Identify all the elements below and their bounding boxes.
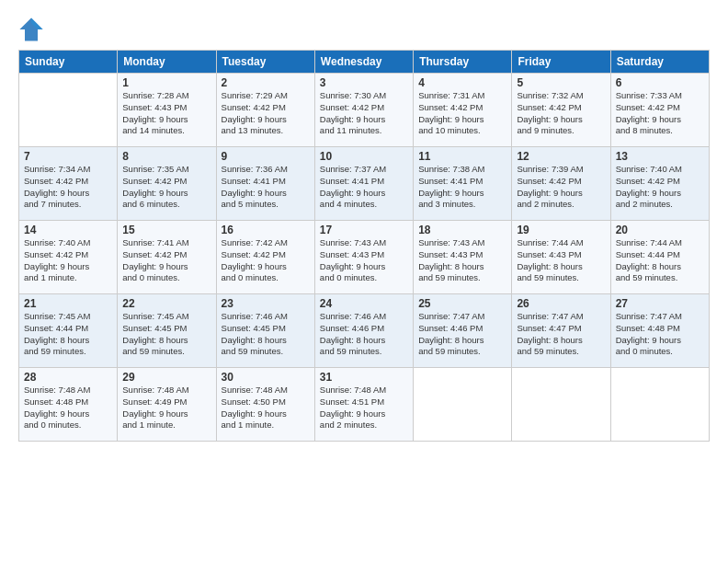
day-info: Sunrise: 7:32 AM Sunset: 4:42 PM Dayligh… bbox=[517, 90, 605, 137]
day-info: Sunrise: 7:40 AM Sunset: 4:42 PM Dayligh… bbox=[616, 164, 704, 211]
calendar-cell: 16Sunrise: 7:42 AM Sunset: 4:42 PM Dayli… bbox=[216, 221, 314, 294]
day-info: Sunrise: 7:45 AM Sunset: 4:45 PM Dayligh… bbox=[122, 311, 210, 358]
day-number: 28 bbox=[24, 371, 112, 384]
calendar-cell: 20Sunrise: 7:44 AM Sunset: 4:44 PM Dayli… bbox=[610, 221, 709, 294]
day-number: 12 bbox=[517, 150, 605, 163]
day-info: Sunrise: 7:41 AM Sunset: 4:42 PM Dayligh… bbox=[122, 237, 210, 284]
day-number: 15 bbox=[122, 224, 210, 236]
day-info: Sunrise: 7:28 AM Sunset: 4:43 PM Dayligh… bbox=[122, 90, 210, 137]
weekday-header-friday: Friday bbox=[512, 51, 610, 74]
day-number: 16 bbox=[222, 224, 310, 236]
calendar-cell: 18Sunrise: 7:43 AM Sunset: 4:43 PM Dayli… bbox=[414, 221, 512, 294]
day-number: 18 bbox=[418, 224, 506, 236]
day-info: Sunrise: 7:43 AM Sunset: 4:43 PM Dayligh… bbox=[418, 237, 506, 284]
day-number: 13 bbox=[616, 150, 704, 163]
day-info: Sunrise: 7:48 AM Sunset: 4:48 PM Dayligh… bbox=[24, 385, 112, 431]
day-info: Sunrise: 7:43 AM Sunset: 4:43 PM Dayligh… bbox=[320, 237, 408, 284]
calendar-cell: 31Sunrise: 7:48 AM Sunset: 4:51 PM Dayli… bbox=[314, 368, 413, 442]
day-info: Sunrise: 7:47 AM Sunset: 4:47 PM Dayligh… bbox=[517, 311, 605, 358]
calendar-week-row: 14Sunrise: 7:40 AM Sunset: 4:42 PM Dayli… bbox=[19, 221, 710, 294]
page: SundayMondayTuesdayWednesdayThursdayFrid… bbox=[0, 0, 728, 563]
weekday-header-tuesday: Tuesday bbox=[216, 51, 314, 74]
day-info: Sunrise: 7:48 AM Sunset: 4:49 PM Dayligh… bbox=[122, 385, 210, 431]
day-info: Sunrise: 7:37 AM Sunset: 4:41 PM Dayligh… bbox=[320, 164, 408, 211]
day-number: 5 bbox=[517, 76, 605, 89]
day-number: 24 bbox=[320, 297, 408, 310]
weekday-header-thursday: Thursday bbox=[414, 51, 512, 74]
day-number: 10 bbox=[320, 150, 408, 163]
calendar-cell bbox=[19, 74, 118, 147]
calendar-cell: 7Sunrise: 7:34 AM Sunset: 4:42 PM Daylig… bbox=[19, 147, 118, 221]
day-number: 21 bbox=[24, 297, 112, 310]
day-info: Sunrise: 7:34 AM Sunset: 4:42 PM Dayligh… bbox=[24, 164, 112, 211]
calendar-table: SundayMondayTuesdayWednesdayThursdayFrid… bbox=[18, 50, 710, 442]
day-number: 26 bbox=[517, 297, 605, 310]
day-info: Sunrise: 7:42 AM Sunset: 4:42 PM Dayligh… bbox=[222, 237, 310, 284]
day-number: 25 bbox=[418, 297, 506, 310]
weekday-header-saturday: Saturday bbox=[610, 51, 709, 74]
day-number: 20 bbox=[616, 224, 704, 236]
calendar-cell: 24Sunrise: 7:46 AM Sunset: 4:46 PM Dayli… bbox=[314, 294, 413, 368]
logo-icon bbox=[18, 17, 44, 42]
day-number: 17 bbox=[320, 224, 408, 236]
calendar-cell: 10Sunrise: 7:37 AM Sunset: 4:41 PM Dayli… bbox=[314, 147, 413, 221]
weekday-header-row: SundayMondayTuesdayWednesdayThursdayFrid… bbox=[19, 51, 710, 74]
calendar-cell: 23Sunrise: 7:46 AM Sunset: 4:45 PM Dayli… bbox=[216, 294, 314, 368]
calendar-week-row: 1Sunrise: 7:28 AM Sunset: 4:43 PM Daylig… bbox=[19, 74, 710, 147]
calendar-cell: 28Sunrise: 7:48 AM Sunset: 4:48 PM Dayli… bbox=[19, 368, 118, 442]
calendar-cell: 8Sunrise: 7:35 AM Sunset: 4:42 PM Daylig… bbox=[118, 147, 216, 221]
day-number: 6 bbox=[616, 76, 704, 89]
logo bbox=[18, 17, 48, 42]
calendar-cell bbox=[610, 368, 709, 442]
day-number: 31 bbox=[320, 371, 408, 384]
calendar-cell: 15Sunrise: 7:41 AM Sunset: 4:42 PM Dayli… bbox=[118, 221, 216, 294]
calendar-cell bbox=[512, 368, 610, 442]
day-info: Sunrise: 7:45 AM Sunset: 4:44 PM Dayligh… bbox=[24, 311, 112, 358]
day-info: Sunrise: 7:40 AM Sunset: 4:42 PM Dayligh… bbox=[24, 237, 112, 284]
calendar-cell: 5Sunrise: 7:32 AM Sunset: 4:42 PM Daylig… bbox=[512, 74, 610, 147]
calendar-week-row: 7Sunrise: 7:34 AM Sunset: 4:42 PM Daylig… bbox=[19, 147, 710, 221]
day-info: Sunrise: 7:44 AM Sunset: 4:43 PM Dayligh… bbox=[517, 237, 605, 284]
day-info: Sunrise: 7:38 AM Sunset: 4:41 PM Dayligh… bbox=[418, 164, 506, 211]
day-info: Sunrise: 7:46 AM Sunset: 4:45 PM Dayligh… bbox=[222, 311, 310, 358]
calendar-cell: 25Sunrise: 7:47 AM Sunset: 4:46 PM Dayli… bbox=[414, 294, 512, 368]
day-info: Sunrise: 7:33 AM Sunset: 4:42 PM Dayligh… bbox=[616, 90, 704, 137]
calendar-cell: 13Sunrise: 7:40 AM Sunset: 4:42 PM Dayli… bbox=[610, 147, 709, 221]
weekday-header-sunday: Sunday bbox=[19, 51, 118, 74]
calendar-cell bbox=[414, 368, 512, 442]
day-number: 2 bbox=[222, 76, 310, 89]
calendar-cell: 12Sunrise: 7:39 AM Sunset: 4:42 PM Dayli… bbox=[512, 147, 610, 221]
day-info: Sunrise: 7:48 AM Sunset: 4:51 PM Dayligh… bbox=[320, 385, 408, 431]
calendar-cell: 17Sunrise: 7:43 AM Sunset: 4:43 PM Dayli… bbox=[314, 221, 413, 294]
day-number: 11 bbox=[418, 150, 506, 163]
day-info: Sunrise: 7:29 AM Sunset: 4:42 PM Dayligh… bbox=[222, 90, 310, 137]
day-info: Sunrise: 7:39 AM Sunset: 4:42 PM Dayligh… bbox=[517, 164, 605, 211]
day-info: Sunrise: 7:31 AM Sunset: 4:42 PM Dayligh… bbox=[418, 90, 506, 137]
day-number: 27 bbox=[616, 297, 704, 310]
calendar-cell: 29Sunrise: 7:48 AM Sunset: 4:49 PM Dayli… bbox=[118, 368, 216, 442]
calendar-week-row: 21Sunrise: 7:45 AM Sunset: 4:44 PM Dayli… bbox=[19, 294, 710, 368]
calendar-cell: 26Sunrise: 7:47 AM Sunset: 4:47 PM Dayli… bbox=[512, 294, 610, 368]
calendar-cell: 6Sunrise: 7:33 AM Sunset: 4:42 PM Daylig… bbox=[610, 74, 709, 147]
day-number: 22 bbox=[122, 297, 210, 310]
day-info: Sunrise: 7:35 AM Sunset: 4:42 PM Dayligh… bbox=[122, 164, 210, 211]
header bbox=[18, 17, 710, 42]
calendar-cell: 11Sunrise: 7:38 AM Sunset: 4:41 PM Dayli… bbox=[414, 147, 512, 221]
day-number: 8 bbox=[122, 150, 210, 163]
weekday-header-wednesday: Wednesday bbox=[314, 51, 413, 74]
calendar-cell: 22Sunrise: 7:45 AM Sunset: 4:45 PM Dayli… bbox=[118, 294, 216, 368]
day-info: Sunrise: 7:47 AM Sunset: 4:46 PM Dayligh… bbox=[418, 311, 506, 358]
calendar-cell: 30Sunrise: 7:48 AM Sunset: 4:50 PM Dayli… bbox=[216, 368, 314, 442]
day-number: 3 bbox=[320, 76, 408, 89]
day-number: 29 bbox=[122, 371, 210, 384]
day-info: Sunrise: 7:36 AM Sunset: 4:41 PM Dayligh… bbox=[222, 164, 310, 211]
calendar-cell: 21Sunrise: 7:45 AM Sunset: 4:44 PM Dayli… bbox=[19, 294, 118, 368]
calendar-cell: 3Sunrise: 7:30 AM Sunset: 4:42 PM Daylig… bbox=[314, 74, 413, 147]
day-number: 7 bbox=[24, 150, 112, 163]
day-info: Sunrise: 7:46 AM Sunset: 4:46 PM Dayligh… bbox=[320, 311, 408, 358]
day-info: Sunrise: 7:30 AM Sunset: 4:42 PM Dayligh… bbox=[320, 90, 408, 137]
calendar-cell: 1Sunrise: 7:28 AM Sunset: 4:43 PM Daylig… bbox=[118, 74, 216, 147]
day-info: Sunrise: 7:47 AM Sunset: 4:48 PM Dayligh… bbox=[616, 311, 704, 358]
calendar-cell: 27Sunrise: 7:47 AM Sunset: 4:48 PM Dayli… bbox=[610, 294, 709, 368]
day-number: 14 bbox=[24, 224, 112, 236]
